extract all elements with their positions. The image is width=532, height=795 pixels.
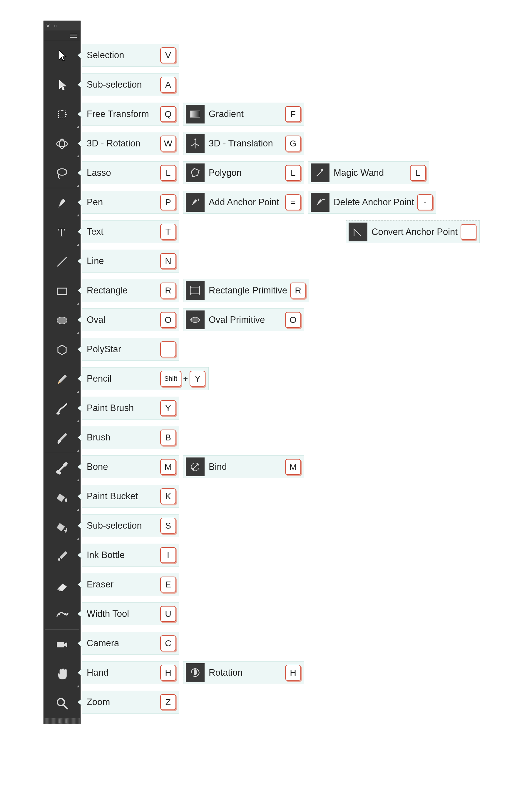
gradient-icon	[186, 105, 205, 124]
tool-callout: ZoomZ	[82, 690, 179, 714]
tool-label: Hand	[87, 667, 160, 678]
panel-grip[interactable]	[44, 718, 80, 724]
tool-oval[interactable]	[44, 306, 80, 335]
svg-text:T: T	[58, 226, 65, 239]
tool-callout: SelectionV	[82, 44, 179, 67]
tool-row: CameraC	[82, 632, 179, 655]
tool-label: Sub-selection	[87, 79, 160, 90]
flyout-indicator-icon	[77, 126, 79, 128]
tool-ink-bottle[interactable]	[44, 541, 80, 571]
tool-callout: 3D - RotationW	[82, 132, 179, 155]
tool-rotation-3d[interactable]	[44, 129, 80, 158]
tool-subselect-arrow[interactable]	[44, 70, 80, 100]
tool-lasso[interactable]	[44, 158, 80, 188]
shortcut-keys: S	[160, 518, 176, 534]
tool-row: TextT	[82, 220, 179, 243]
tool-paint-brush[interactable]	[44, 394, 80, 423]
tool-camera[interactable]	[44, 630, 80, 659]
tool-callout: Paint BucketK	[82, 485, 179, 508]
tool-pen[interactable]	[44, 188, 80, 217]
shortcut-key: A	[160, 77, 176, 93]
tool-ink-swap[interactable]	[44, 512, 80, 541]
tool-label: Add Anchor Point	[209, 197, 285, 208]
tool-label: Selection	[87, 50, 160, 60]
collapse-icon[interactable]: «	[54, 23, 55, 29]
tool-label: Eraser	[87, 579, 160, 590]
tool-row: ZoomZ	[82, 690, 179, 714]
shortcut-key: P	[160, 194, 176, 210]
tool-callout: CameraC	[82, 632, 179, 655]
shortcut-keys: P	[160, 194, 176, 210]
tool-zoom[interactable]	[44, 688, 80, 718]
tool-callout: BoneM	[82, 455, 179, 478]
tool-row: Paint BucketK	[82, 485, 179, 508]
rotation-hand-icon	[186, 663, 205, 682]
tool-row: PenP+Add Anchor Point=−Delete Anchor Poi…	[82, 191, 436, 214]
flyout-indicator-icon	[77, 479, 79, 481]
magic-wand-icon	[311, 164, 329, 182]
tool-callout: Width ToolU	[82, 602, 179, 625]
shortcut-key: Z	[160, 694, 176, 710]
tool-pencil[interactable]	[44, 364, 80, 394]
shortcut-keys: H	[160, 665, 176, 681]
shortcut-keys: L	[285, 165, 301, 181]
tool-brush[interactable]	[44, 423, 80, 453]
tool-text[interactable]: T	[44, 217, 80, 247]
shortcut-key: B	[160, 430, 176, 446]
tool-label: 3D - Rotation	[87, 138, 160, 149]
shortcut-keys: K	[160, 488, 176, 504]
shortcut-keys	[460, 224, 476, 240]
tool-label: Bind	[209, 461, 285, 472]
svg-rect-23	[191, 287, 200, 294]
tool-callout: PencilShift+Y	[82, 367, 209, 390]
tool-callout: PolyStar	[82, 338, 179, 361]
rectangle-primitive-icon	[186, 281, 205, 300]
tool-bone[interactable]	[44, 453, 80, 482]
tool-callout: HandH	[82, 661, 179, 684]
key-plus: +	[183, 374, 188, 383]
shortcut-keys: T	[160, 224, 176, 240]
shortcut-key	[460, 224, 476, 240]
tool-paint-bucket[interactable]	[44, 482, 80, 512]
svg-point-1	[57, 141, 67, 147]
shortcut-keys: Z	[160, 694, 176, 710]
tool-row: RectangleRRectangle PrimitiveR	[82, 279, 309, 302]
tool-sub-callout: Magic WandL	[308, 162, 429, 184]
close-icon[interactable]: ×	[46, 22, 50, 30]
tool-line[interactable]	[44, 247, 80, 277]
tool-polystar[interactable]	[44, 335, 80, 364]
flyout-indicator-icon	[77, 332, 79, 334]
shortcut-key: H	[160, 665, 176, 681]
tool-callout: OvalO	[82, 308, 179, 332]
panel-menu-icon[interactable]	[70, 34, 77, 38]
panel-header: × «	[44, 21, 80, 31]
tool-callout: LineN	[82, 250, 179, 272]
tool-row: PencilShift+Y	[82, 367, 209, 390]
tool-label: Camera	[87, 638, 160, 648]
tool-rectangle[interactable]	[44, 277, 80, 306]
svg-rect-0	[58, 111, 65, 118]
tool-selection-arrow[interactable]	[44, 41, 80, 70]
add-anchor-icon: +	[186, 193, 205, 212]
tool-list: T	[44, 41, 80, 718]
tool-free-transform[interactable]	[44, 100, 80, 129]
tool-row: Free TransformQGradientF	[82, 102, 304, 126]
svg-point-33	[197, 463, 199, 466]
shortcut-key: M	[285, 459, 301, 475]
shortcut-key: G	[285, 135, 301, 151]
shortcut-key: K	[160, 488, 176, 504]
shortcut-key: V	[160, 48, 176, 63]
shortcut-keys: Y	[160, 400, 176, 416]
shortcut-key: =	[285, 194, 301, 210]
tool-label: Paint Bucket	[87, 491, 160, 501]
shortcut-key: S	[160, 518, 176, 534]
tool-label: Width Tool	[87, 609, 160, 619]
tool-eraser[interactable]	[44, 571, 80, 600]
tool-hand[interactable]	[44, 659, 80, 688]
tool-label: Line	[87, 256, 160, 266]
tool-sub-callout: +Add Anchor Point=	[183, 191, 304, 214]
tool-sub-callout: PolygonL	[183, 162, 304, 184]
tool-callout: Sub-selectionA	[82, 73, 179, 96]
tool-width-tool[interactable]	[44, 600, 80, 629]
flyout-indicator-icon	[77, 155, 79, 157]
